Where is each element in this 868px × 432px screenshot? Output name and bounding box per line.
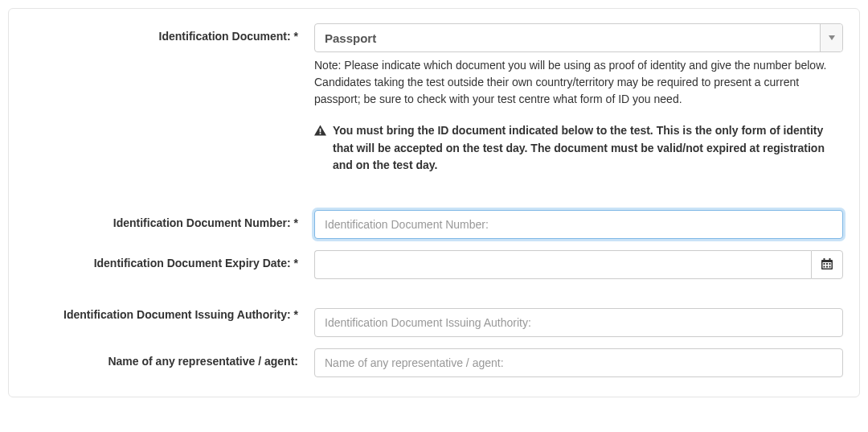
svg-rect-5 [829,258,831,261]
id-document-select-value: Passport [315,24,820,51]
svg-rect-1 [320,133,321,134]
row-representative: Name of any representative / agent: [25,348,843,377]
id-document-warning: You must bring the ID document indicated… [314,122,843,175]
label-representative: Name of any representative / agent: [25,348,314,368]
warning-icon [314,124,326,142]
representative-input[interactable] [314,348,843,377]
svg-rect-7 [826,263,828,265]
id-number-input[interactable] [314,210,843,239]
svg-rect-11 [829,265,831,267]
id-document-note: Note: Please indicate which document you… [314,57,843,108]
row-id-expiry: Identification Document Expiry Date: * [25,250,843,279]
id-expiry-input[interactable] [314,250,811,279]
calendar-icon [821,258,833,272]
row-id-authority: Identification Document Issuing Authorit… [25,308,843,337]
id-document-warning-text: You must bring the ID document indicated… [333,122,843,175]
id-authority-input[interactable] [314,308,843,337]
svg-rect-9 [824,265,825,267]
field-id-document: Passport Note: Please indicate which doc… [314,23,843,199]
chevron-down-icon [820,24,842,51]
svg-rect-0 [320,129,321,133]
row-id-document: Identification Document: * Passport Note… [25,23,843,199]
id-document-select[interactable]: Passport [314,23,843,52]
svg-rect-8 [829,263,831,265]
label-id-authority: Identification Document Issuing Authorit… [25,308,314,321]
label-id-document: Identification Document: * [25,23,314,43]
svg-rect-4 [824,258,825,261]
svg-rect-10 [826,265,828,267]
id-document-form-panel: Identification Document: * Passport Note… [8,8,860,397]
calendar-button[interactable] [811,250,843,279]
label-id-number: Identification Document Number: * [25,210,314,229]
id-expiry-date-picker[interactable] [314,250,843,279]
label-id-expiry: Identification Document Expiry Date: * [25,250,314,269]
svg-rect-6 [824,263,825,265]
row-id-number: Identification Document Number: * [25,210,843,239]
